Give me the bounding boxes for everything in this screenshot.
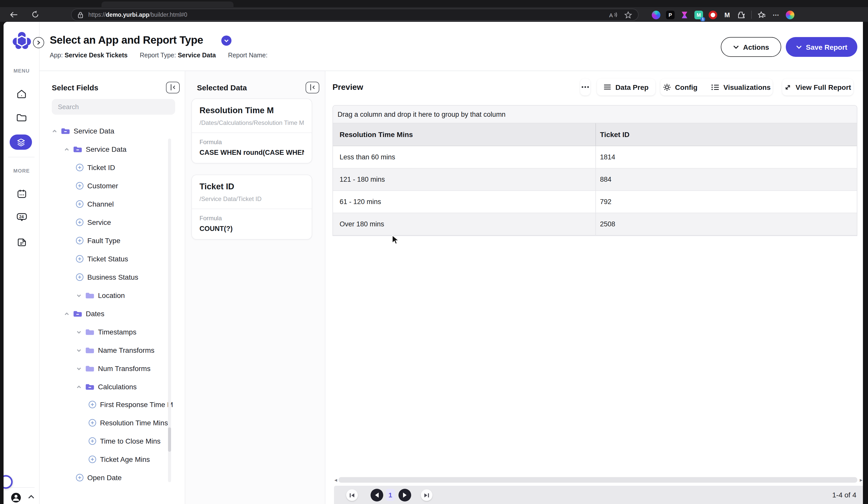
tree-scrollbar-thumb[interactable] (168, 428, 171, 452)
selected-field-card[interactable]: Resolution Time M /Dates/Calculations/Re… (192, 99, 312, 163)
add-field-icon[interactable] (76, 255, 84, 263)
tree-field-fault-type[interactable]: Fault Type (76, 234, 120, 247)
tree-field-time-to-close-mins[interactable]: Time to Close Mins (88, 434, 161, 448)
extension-p-icon[interactable]: P (666, 10, 675, 19)
tree-field-first-response-time[interactable]: First Response Time M (88, 398, 173, 411)
collapse-panel-icon[interactable] (306, 82, 319, 93)
actions-button[interactable]: Actions (721, 37, 781, 57)
svg-text:A: A (609, 12, 613, 18)
add-field-icon[interactable] (76, 474, 84, 482)
table-row: 121 - 180 mins 884 (333, 168, 857, 191)
more-section-label: MORE (3, 168, 40, 174)
reload-icon[interactable] (29, 7, 42, 22)
folder-icon[interactable] (3, 113, 40, 122)
calendar-icon[interactable] (3, 189, 40, 199)
tree-scrollbar[interactable] (168, 138, 171, 482)
view-full-report-button[interactable]: View Full Report (782, 79, 853, 95)
tree-field-customer[interactable]: Customer (76, 179, 118, 192)
add-field-icon[interactable] (76, 273, 84, 281)
extension-privacy-icon[interactable] (709, 10, 717, 19)
favorite-star-icon[interactable] (624, 11, 632, 19)
formula-label: Formula (199, 138, 304, 146)
first-page-icon[interactable] (346, 489, 358, 501)
extension-hourglass-icon[interactable] (680, 10, 689, 19)
floating-help-button[interactable] (3, 475, 13, 489)
chevron-down-icon (796, 45, 802, 49)
hscroll-left-arrow-icon[interactable]: ◄ (333, 477, 338, 483)
more-menu-icon[interactable]: ⋯ (772, 10, 780, 19)
add-field-icon[interactable] (88, 400, 96, 409)
hscroll-right-arrow-icon[interactable]: ► (859, 477, 863, 483)
back-icon[interactable] (7, 7, 20, 22)
add-field-icon[interactable] (76, 182, 84, 190)
extension-gradient-icon[interactable] (652, 10, 660, 19)
current-page-number[interactable]: 1 (386, 489, 395, 501)
title-dropdown-icon[interactable] (221, 35, 231, 46)
tree-folder-name-transforms[interactable]: Name Transforms (76, 343, 155, 357)
field-title: Ticket ID (199, 182, 304, 191)
browser-active-tab[interactable] (102, 1, 234, 7)
last-page-icon[interactable] (421, 489, 433, 501)
tree-field-ticket-status[interactable]: Ticket Status (76, 252, 128, 266)
extension-m-teal-icon[interactable]: M1 (694, 10, 703, 19)
extensions-row: P M1 M ⋯ (652, 9, 794, 21)
tree-field-service[interactable]: Service (76, 216, 111, 229)
tree-folder-calculations[interactable]: Calculations (76, 380, 137, 393)
extension-m-white-icon[interactable]: M (723, 10, 732, 19)
visualizations-button[interactable]: Visualizations (704, 83, 777, 91)
add-field-icon[interactable] (76, 200, 84, 208)
save-report-button[interactable]: Save Report (786, 37, 857, 57)
collapse-panel-icon[interactable] (166, 82, 180, 93)
add-field-icon[interactable] (76, 237, 84, 245)
copilot-icon[interactable] (786, 10, 794, 19)
tree-folder-dates[interactable]: Dates (64, 307, 104, 320)
lock-icon (78, 11, 83, 18)
selected-field-card[interactable]: Ticket ID /Service Data/Ticket ID Formul… (192, 175, 312, 239)
app-header: Select an App and Report Type App: Servi… (40, 22, 863, 71)
home-icon[interactable] (3, 89, 40, 99)
tree-field-resolution-time-mins[interactable]: Resolution Time Mins (88, 416, 168, 429)
column-header-ticket-id[interactable]: Ticket ID (596, 123, 857, 146)
add-field-icon[interactable] (88, 455, 96, 463)
tree-folder-timestamps[interactable]: Timestamps (76, 325, 136, 339)
tree-folder-location[interactable]: Location (76, 289, 125, 302)
cell-label: Less than 60 mins (333, 146, 596, 168)
panel-expand-icon[interactable] (33, 37, 44, 48)
browser-toolbar: https://demo.yurbi.app/builder.html#0 A … (0, 7, 868, 22)
tree-field-channel[interactable]: Channel (76, 197, 114, 210)
sidebar-item-data-builder-active[interactable] (10, 134, 32, 150)
horizontal-scrollbar[interactable] (339, 477, 857, 483)
config-button[interactable]: Config (656, 83, 705, 91)
add-field-icon[interactable] (76, 163, 84, 172)
next-page-icon[interactable] (399, 489, 411, 502)
tree-field-business-status[interactable]: Business Status (76, 270, 138, 284)
24-hour-icon[interactable]: 24 (3, 212, 40, 222)
extension-puzzle-icon[interactable] (737, 10, 746, 19)
favorites-list-icon[interactable] (757, 10, 766, 19)
document-icon[interactable] (3, 238, 40, 247)
add-field-icon[interactable] (76, 218, 84, 226)
gear-icon (663, 83, 671, 91)
add-field-icon[interactable] (88, 419, 96, 427)
search-input[interactable] (52, 99, 175, 115)
cell-value: 884 (596, 168, 857, 190)
address-bar[interactable]: https://demo.yurbi.app/builder.html#0 A (71, 9, 639, 21)
read-aloud-icon[interactable]: A (609, 11, 617, 18)
tree-folder-service-data[interactable]: Service Data (52, 124, 114, 137)
tree-field-ticket-age-mins[interactable]: Ticket Age Mins (88, 453, 150, 466)
group-by-dropzone[interactable]: Drag a column and drop it here to group … (333, 105, 857, 123)
more-options-icon[interactable] (580, 79, 590, 95)
tree-folder-num-transforms[interactable]: Num Transforms (76, 362, 151, 375)
page-title: Select an App and Report Type (50, 34, 203, 46)
tree-field-open-date[interactable]: Open Date (76, 471, 122, 484)
previous-page-icon[interactable] (371, 489, 383, 502)
table-row: Less than 60 mins 1814 (333, 146, 857, 168)
browser-titlebar (0, 0, 868, 7)
data-prep-button[interactable]: Data Prep (597, 79, 655, 95)
add-field-icon[interactable] (88, 437, 96, 445)
field-title: Resolution Time M (199, 105, 304, 115)
column-header-resolution-time[interactable]: Resolution Time Mins (333, 123, 596, 146)
folder-closed-icon (85, 365, 94, 372)
tree-folder-service-data-inner[interactable]: Service Data (64, 143, 126, 156)
tree-field-ticket-id[interactable]: Ticket ID (76, 161, 115, 174)
